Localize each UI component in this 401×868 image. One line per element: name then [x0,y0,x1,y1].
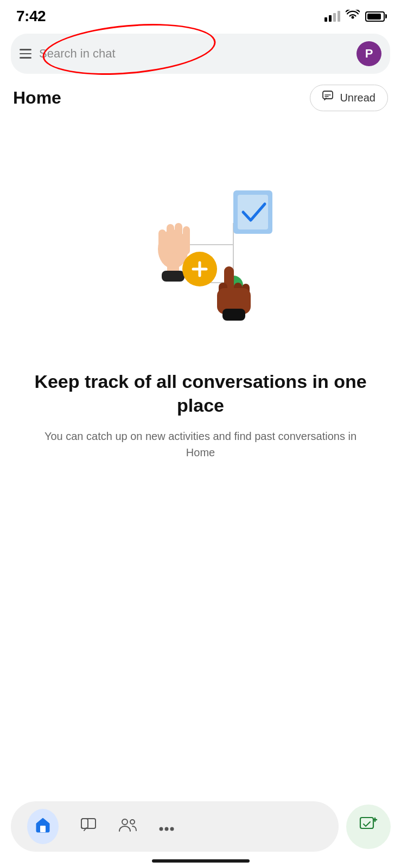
svg-point-29 [164,827,168,831]
chat-icon [80,816,97,837]
status-icons [324,10,385,23]
svg-rect-6 [158,229,166,257]
home-header: Home Unread [0,79,401,120]
signal-icon [324,11,340,22]
search-bar[interactable]: Search in chat P [11,34,390,74]
bottom-nav [11,801,391,852]
compose-button[interactable] [346,805,391,849]
page-title: Home [13,88,61,108]
menu-icon[interactable] [20,49,31,59]
unread-label: Unread [340,92,375,104]
people-icon [118,817,137,836]
svg-rect-23 [40,826,46,832]
content-text: Keep track of all conversations in one p… [0,369,401,461]
svg-rect-22 [222,309,245,321]
status-time: 7:42 [16,8,46,25]
chat-bubble-icon [322,91,334,105]
nav-item-more[interactable] [158,818,175,835]
svg-rect-8 [175,223,182,254]
svg-point-27 [130,820,135,824]
svg-point-26 [122,819,128,825]
nav-item-home[interactable] [27,809,59,844]
wifi-icon [346,10,360,23]
nav-main [11,801,339,852]
main-heading: Keep track of all conversations in one p… [33,369,368,417]
svg-rect-9 [183,226,190,254]
home-icon [35,816,51,837]
svg-rect-25 [81,819,88,828]
illustration-area [0,136,401,359]
nav-item-people[interactable] [118,817,137,836]
svg-rect-10 [162,271,184,282]
search-input[interactable]: Search in chat [39,47,349,61]
status-bar: 7:42 [0,0,401,29]
home-indicator [152,859,250,863]
svg-point-30 [170,827,174,831]
search-bar-container: Search in chat P [0,29,401,79]
compose-icon [359,815,378,838]
svg-point-28 [159,827,163,831]
unread-button[interactable]: Unread [310,85,388,111]
svg-rect-7 [167,224,174,254]
nav-item-chat[interactable] [80,816,97,837]
svg-rect-31 [360,818,373,828]
sub-text: You can catch up on new activities and f… [33,428,368,461]
battery-icon [365,11,385,22]
illustration [109,158,293,342]
avatar[interactable]: P [357,41,381,66]
ellipsis-icon [158,818,175,835]
